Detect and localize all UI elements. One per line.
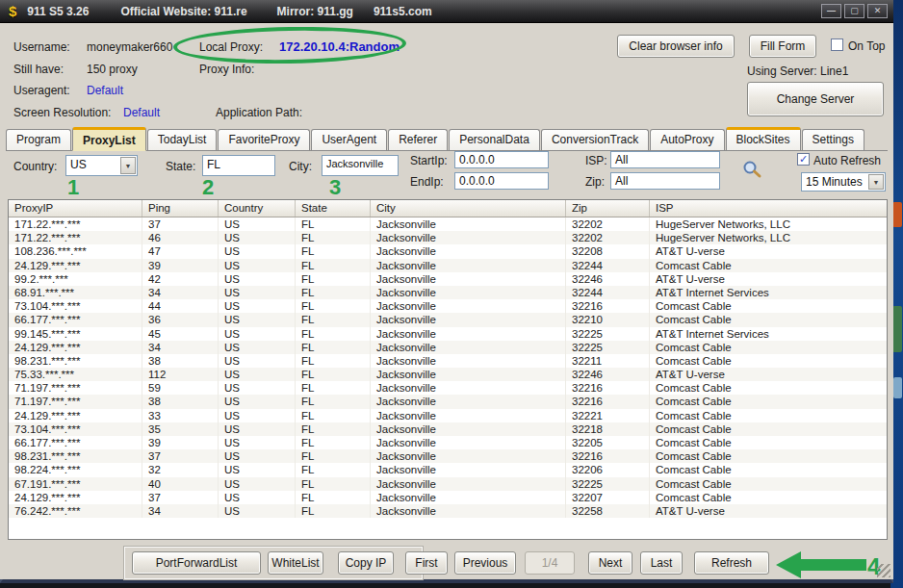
port-forward-list-button[interactable]: PortForwardList	[132, 551, 261, 575]
table-row[interactable]: 98.231.***.***37USFLJacksonville32216Com…	[9, 449, 887, 463]
column-header-zip[interactable]: Zip	[566, 200, 650, 217]
table-row[interactable]: 171.22.***.***37USFLJacksonville32202Hug…	[9, 217, 887, 231]
table-cell: 39	[142, 259, 219, 272]
table-cell: Jacksonville	[371, 504, 566, 518]
table-cell: 24.129.***.***	[9, 491, 142, 504]
table-row[interactable]: 73.104.***.***44USFLJacksonville32216Com…	[9, 299, 887, 313]
table-cell: Comcast Cable	[650, 436, 887, 449]
table-row[interactable]: 75.33.***.***112USFLJacksonville32246AT&…	[9, 368, 887, 381]
table-row[interactable]: 99.145.***.***45USFLJacksonville32225AT&…	[9, 327, 887, 341]
search-icon[interactable]	[741, 160, 762, 179]
table-cell: Jacksonville	[371, 286, 566, 299]
table-cell: 37	[142, 491, 219, 504]
title-bar[interactable]: $ 911 S5 3.26 Official Website: 911.re M…	[0, 0, 893, 23]
tab-favoriteproxy[interactable]: FavoriteProxy	[218, 129, 310, 150]
tab-settings[interactable]: Settings	[802, 129, 864, 150]
table-row[interactable]: 66.177.***.***36USFLJacksonville32210Com…	[9, 313, 887, 326]
zip-input[interactable]: All	[610, 172, 720, 190]
column-header-proxyip[interactable]: ProxyIP	[9, 200, 142, 217]
table-cell: 24.129.***.***	[9, 409, 142, 422]
chevron-down-icon[interactable]: ▼	[120, 157, 136, 174]
annotation-arrow	[776, 550, 866, 580]
column-header-state[interactable]: State	[296, 200, 371, 217]
table-row[interactable]: 66.177.***.***39USFLJacksonville32205Com…	[9, 436, 887, 449]
state-input[interactable]: FL	[202, 155, 275, 176]
first-page-button[interactable]: First	[405, 551, 448, 575]
table-row[interactable]: 67.191.***.***40USFLJacksonville32225Com…	[9, 477, 887, 491]
tab-useragent[interactable]: UserAgent	[311, 129, 387, 150]
screen-resolution-label: Screen Resolution:	[13, 106, 111, 119]
table-row[interactable]: 76.242.***.***34USFLJacksonville32258AT&…	[9, 504, 887, 518]
column-header-ping[interactable]: Ping	[142, 200, 219, 217]
country-select[interactable]: US ▼	[65, 155, 138, 176]
change-server-button[interactable]: Change Server	[747, 82, 884, 116]
table-row[interactable]: 68.91.***.***34USFLJacksonville32244AT&T…	[9, 286, 887, 299]
endip-input[interactable]: 0.0.0.0	[454, 172, 549, 190]
startip-input[interactable]: 0.0.0.0	[454, 151, 549, 168]
table-cell: US	[219, 259, 296, 272]
table-row[interactable]: 99.2.***.***42USFLJacksonville32246AT&T …	[9, 272, 887, 286]
table-cell: FL	[296, 327, 371, 341]
tab-referer[interactable]: Referer	[388, 129, 448, 150]
tab-program[interactable]: Program	[6, 129, 71, 150]
clear-browser-info-button[interactable]: Clear browser info	[617, 35, 735, 58]
table-cell: 32205	[566, 436, 650, 449]
table-cell: AT&T U-verse	[650, 504, 887, 518]
auto-refresh-checkbox[interactable]: ✓	[797, 153, 810, 166]
copy-ip-button[interactable]: Copy IP	[338, 551, 394, 575]
column-header-city[interactable]: City	[371, 200, 566, 217]
table-cell: Comcast Cable	[650, 341, 887, 354]
tab-blocksites[interactable]: BlockSites	[726, 127, 801, 150]
table-row[interactable]: 24.129.***.***34USFLJacksonville32225Com…	[9, 341, 887, 354]
table-cell: FL	[296, 217, 371, 231]
table-row[interactable]: 98.231.***.***38USFLJacksonville32211Com…	[9, 354, 887, 368]
isp-input[interactable]: All	[610, 151, 720, 168]
fill-form-button[interactable]: Fill Form	[749, 35, 816, 58]
table-row[interactable]: 71.197.***.***59USFLJacksonville32216Com…	[9, 381, 887, 395]
state-label: State:	[166, 160, 195, 173]
table-cell: 73.104.***.***	[9, 299, 142, 313]
on-top-checkbox[interactable]	[831, 38, 843, 51]
table-cell: 32246	[566, 368, 650, 381]
table-row[interactable]: 73.104.***.***35USFLJacksonville32218Com…	[9, 422, 887, 436]
close-button[interactable]: ✕	[867, 4, 888, 18]
city-input[interactable]: Jacksonville	[322, 155, 399, 176]
last-page-button[interactable]: Last	[640, 551, 683, 575]
table-cell: 45	[142, 327, 219, 341]
tab-personaldata[interactable]: PersonalData	[449, 129, 540, 150]
table-cell: 73.104.***.***	[9, 422, 142, 436]
refresh-interval-select[interactable]: 15 Minutes ▼	[801, 172, 886, 192]
tab-proxylist[interactable]: ProxyList	[72, 127, 146, 151]
tab-autoproxy[interactable]: AutoProxy	[650, 129, 724, 150]
table-cell: Comcast Cable	[650, 381, 887, 395]
table-header[interactable]: ProxyIP Ping Country State City Zip ISP	[9, 200, 887, 217]
screen-resolution-value[interactable]: Default	[123, 106, 160, 119]
chevron-down-icon[interactable]: ▼	[868, 174, 884, 190]
table-cell: 32225	[566, 477, 650, 491]
annotation-step-3: 3	[329, 175, 341, 200]
table-cell: Comcast Cable	[650, 463, 887, 476]
column-header-isp[interactable]: ISP	[650, 200, 887, 217]
column-header-country[interactable]: Country	[219, 200, 296, 217]
table-cell: FL	[296, 231, 371, 244]
table-cell: 39	[142, 436, 219, 449]
table-cell: US	[219, 354, 296, 368]
table-row[interactable]: 108.236.***.***47USFLJacksonville32208AT…	[9, 244, 887, 258]
previous-page-button[interactable]: Previous	[454, 551, 516, 575]
useragent-value[interactable]: Default	[87, 84, 123, 97]
resize-grip[interactable]	[877, 564, 890, 577]
refresh-button[interactable]: Refresh	[694, 551, 769, 575]
table-cell: US	[219, 422, 296, 436]
table-row[interactable]: 98.224.***.***32USFLJacksonville32206Com…	[9, 463, 887, 476]
table-row[interactable]: 24.129.***.***39USFLJacksonville32244Com…	[9, 259, 887, 272]
maximize-button[interactable]: ▢	[844, 4, 864, 18]
tab-todaylist[interactable]: TodayList	[147, 129, 218, 150]
minimize-button[interactable]: —	[821, 4, 841, 18]
tab-conversiontrack[interactable]: ConversionTrack	[541, 129, 649, 150]
table-row[interactable]: 171.22.***.***46USFLJacksonville32202Hug…	[9, 231, 887, 244]
table-row[interactable]: 24.129.***.***33USFLJacksonville32221Com…	[9, 409, 887, 422]
next-page-button[interactable]: Next	[588, 551, 632, 575]
table-row[interactable]: 24.129.***.***37USFLJacksonville32207Com…	[9, 491, 887, 504]
table-row[interactable]: 71.197.***.***38USFLJacksonville32216Com…	[9, 395, 887, 408]
white-list-button[interactable]: WhiteList	[268, 551, 323, 575]
